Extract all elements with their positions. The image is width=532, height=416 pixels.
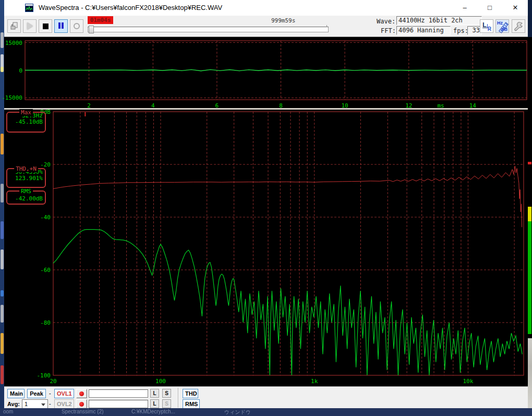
rms-label: RMS [19, 188, 33, 195]
fft-label: FFT: [381, 27, 396, 34]
spectrum-chart: 0dB-20-40-60-80-100201001k10k [31, 110, 528, 386]
spectrum-panel: 0dB-20-40-60-80-100201001k10k Max 32.3Hz… [4, 110, 528, 386]
stop-button[interactable] [39, 19, 52, 33]
meter-peak-marker [528, 162, 531, 164]
elapsed-time-display: 01m04s [88, 16, 113, 24]
ovl1-l-button[interactable]: L [150, 389, 159, 398]
desktop-wallpaper-sliver [528, 338, 532, 408]
meter-warn-segment [528, 207, 531, 221]
wrench-icon [513, 21, 524, 31]
svg-text:100: 100 [155, 378, 166, 385]
close-button[interactable]: ✕ [503, 0, 528, 16]
slider-tick [327, 25, 327, 27]
max-label: Max [19, 109, 33, 116]
dash-separator: - [49, 390, 51, 396]
window-title: WaveSpectra - C:¥Users¥falconFX2018¥Desk… [39, 0, 222, 16]
svg-text:20: 20 [50, 378, 56, 385]
fft-settings-field: 4096 Hanning [396, 26, 451, 35]
thd-display-button[interactable]: THD [183, 389, 198, 398]
ovl1-input[interactable] [89, 389, 148, 398]
svg-text:0: 0 [19, 67, 22, 74]
svg-text:-15000: -15000 [2, 94, 22, 101]
wavespectra-window: WaveSpectra - C:¥Users¥falconFX2018¥Desk… [4, 0, 528, 408]
ovl1-s-button[interactable]: S [162, 389, 171, 398]
meter-level-segment [528, 221, 531, 334]
record-dot-icon [79, 402, 84, 407]
app-icon [25, 4, 33, 12]
main-button[interactable]: Main [7, 389, 25, 398]
bottom-control-bar: Main Peak - OVL1 L S THD Avg: 1 - OVL2 L… [4, 386, 528, 408]
svg-text:-80: -80 [40, 319, 51, 326]
rms-display-button[interactable]: RMS [183, 399, 200, 409]
taskbar-item[interactable]: C:¥KMDecryptch... [131, 409, 175, 414]
desktop-edge-strip [0, 0, 4, 416]
taskbar-item[interactable]: Spectranssimc (2) [62, 409, 104, 414]
ovl2-l-button[interactable]: L [150, 399, 159, 408]
record-icon [74, 23, 80, 29]
taskbar-item[interactable]: ウィンドウ [224, 409, 251, 416]
svg-text:-40: -40 [40, 214, 51, 221]
svg-text:10k: 10k [463, 378, 473, 385]
divider [178, 388, 179, 408]
level-meter [528, 110, 531, 338]
taskbar-item[interactable]: oom [3, 409, 13, 414]
svg-text:15000: 15000 [5, 40, 22, 46]
waveform-panel: 150000-150002468101214ms [4, 37, 528, 108]
rms-info-box: RMS -42.00dB [6, 191, 46, 205]
pause-button[interactable] [54, 19, 68, 33]
play-button[interactable] [23, 19, 37, 33]
max-info-box: Max 32.3Hz -45.10dB [6, 112, 46, 133]
wave-label: Wave: [377, 18, 395, 25]
open-file-button[interactable] [7, 19, 21, 33]
hz-label: Hz [497, 20, 503, 26]
ovl2-record-button[interactable] [76, 399, 87, 409]
fps-label: fps: [453, 27, 468, 34]
ovl1-record-button[interactable] [76, 389, 87, 398]
taskbar[interactable]: oom Spectranssimc (2) C:¥KMDecryptch... … [0, 408, 532, 416]
rms-value: -42.00dB [7, 196, 45, 202]
avg-label: Avg: [7, 401, 20, 407]
channel-toggle-button[interactable]: L R [480, 19, 493, 33]
open-file-icon [9, 21, 19, 31]
chevron-down-icon [41, 403, 45, 406]
play-icon [27, 22, 33, 30]
scale-toggle-button[interactable]: Hz dB [495, 19, 509, 33]
max-level-value: -45.10dB [7, 119, 45, 125]
peak-button[interactable]: Peak [27, 389, 46, 398]
minimize-button[interactable]: – [453, 0, 477, 16]
wave-format-field: 44100Hz 16bit 2ch [396, 16, 482, 25]
pause-icon [58, 21, 64, 31]
position-slider[interactable] [88, 27, 329, 32]
svg-text:-100: -100 [37, 372, 51, 379]
thd-value-2: 123.901% [7, 175, 45, 182]
thd-label: THD,+N [14, 165, 38, 172]
channel-r-label: R [488, 26, 491, 32]
svg-text:-60: -60 [40, 267, 51, 274]
stop-icon [43, 23, 49, 29]
total-time-label: 999m59s [271, 17, 295, 24]
svg-text:-20: -20 [40, 161, 51, 168]
ovl2-s-button[interactable]: S [162, 399, 171, 408]
slider-thumb[interactable] [89, 26, 94, 33]
thd-info-box: THD,+N 90.4390% 123.901% [6, 168, 46, 188]
record-button[interactable] [70, 19, 83, 33]
svg-text:1k: 1k [311, 378, 318, 385]
settings-button[interactable] [512, 19, 525, 33]
toolbar: 01m04s 999m59s Wave: 44100Hz 16bit 2ch F… [4, 16, 528, 37]
maximize-button[interactable]: □ [478, 0, 502, 16]
waveform-chart: 150000-150002468101214ms [4, 37, 528, 108]
avg-value: 1 [25, 401, 28, 407]
ovl2-input[interactable] [89, 400, 148, 408]
ovl2-button[interactable]: OVL2 [54, 399, 74, 409]
record-dot-icon [79, 391, 84, 396]
db-label: dB [501, 27, 507, 32]
title-bar[interactable]: WaveSpectra - C:¥Users¥falconFX2018¥Desk… [4, 0, 528, 16]
ovl1-button[interactable]: OVL1 [54, 389, 74, 398]
